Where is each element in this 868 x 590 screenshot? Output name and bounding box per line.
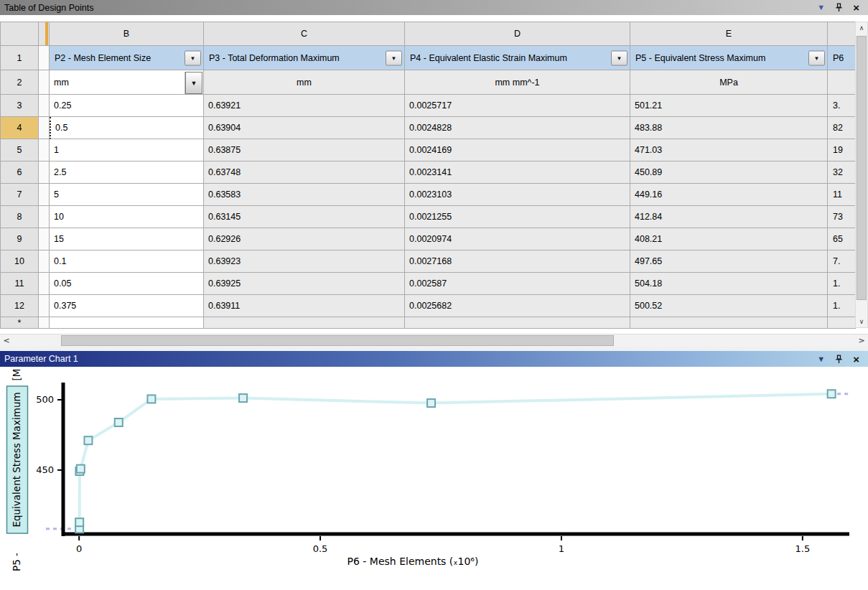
cell-total-deformation-max[interactable]: 0.62926: [204, 228, 405, 250]
unit-cell-clipped[interactable]: [828, 70, 856, 95]
cell-elastic-strain-max[interactable]: 0.0021255: [405, 206, 630, 228]
cell-mesh-element-size[interactable]: 0.1: [50, 250, 204, 273]
close-icon[interactable]: ×: [853, 354, 859, 365]
cell-stress-max[interactable]: 497.65: [630, 250, 828, 273]
new-row-cell[interactable]: [204, 317, 405, 329]
column-letter-header-D[interactable]: D: [405, 22, 630, 46]
row-number-cell[interactable]: 7: [1, 184, 39, 206]
panel-menu-icon[interactable]: ▼: [817, 355, 825, 363]
new-row-marker-cell[interactable]: *: [1, 317, 39, 329]
cell-stress-max[interactable]: 471.03: [630, 139, 828, 161]
panel-menu-icon[interactable]: ▼: [817, 4, 825, 11]
cell-total-deformation-max[interactable]: 0.63583: [204, 184, 405, 206]
row-number-cell[interactable]: 5: [1, 139, 39, 161]
cell-elastic-strain-max[interactable]: 0.002587: [405, 273, 630, 295]
row-number-cell[interactable]: 4: [1, 117, 39, 139]
cell-elastic-strain-max[interactable]: 0.0024828: [405, 117, 630, 139]
cell-elastic-strain-max[interactable]: 0.0025682: [405, 295, 630, 317]
horizontal-scrollbar-thumb[interactable]: [61, 335, 614, 346]
cell-elastic-strain-max[interactable]: 0.0025717: [405, 95, 630, 117]
row-number-cell[interactable]: 12: [1, 295, 39, 317]
row-number-cell[interactable]: 6: [1, 161, 39, 184]
cell-elastic-strain-max[interactable]: 0.0027168: [405, 250, 630, 273]
scroll-up-button[interactable]: ∧: [856, 22, 867, 34]
cell-mesh-element-size[interactable]: 10: [50, 206, 204, 228]
unit-combobox-dropdown-button[interactable]: ▼: [185, 72, 202, 94]
column-filter-dropdown-button[interactable]: ▼: [185, 50, 201, 65]
column-letter-header-E[interactable]: E: [630, 22, 828, 46]
unit-cell-stress[interactable]: MPa: [630, 70, 828, 95]
cell-mesh-elements-clipped[interactable]: 3.: [828, 95, 856, 117]
row-number-cell[interactable]: 8: [1, 206, 39, 228]
cell-mesh-elements-clipped[interactable]: 1.: [828, 295, 856, 317]
cell-elastic-strain-max[interactable]: 0.0024169: [405, 139, 630, 161]
cell-total-deformation-max[interactable]: 0.63923: [204, 250, 405, 273]
pin-icon[interactable]: [835, 3, 843, 12]
new-row-cell[interactable]: [630, 317, 828, 329]
row-number-cell[interactable]: 3: [1, 95, 39, 117]
cell-mesh-element-size[interactable]: 2.5: [50, 161, 204, 184]
column-letter-header-C[interactable]: C: [204, 22, 405, 46]
cell-total-deformation-max[interactable]: 0.63925: [204, 273, 405, 295]
column-filter-dropdown-button[interactable]: ▼: [611, 50, 627, 65]
cell-stress-max[interactable]: 449.16: [630, 184, 828, 206]
close-icon[interactable]: ×: [853, 2, 859, 13]
cell-mesh-element-size[interactable]: 1: [50, 139, 204, 161]
unit-cell-total-deformation[interactable]: mm: [204, 70, 405, 95]
cell-mesh-elements-clipped[interactable]: 82: [828, 117, 856, 139]
scroll-left-button[interactable]: <: [1, 335, 12, 346]
row-number-cell[interactable]: 9: [1, 228, 39, 250]
horizontal-scrollbar[interactable]: < >: [0, 334, 868, 347]
parameter-header-cell-clipped[interactable]: P6: [828, 46, 856, 70]
pin-icon[interactable]: [835, 355, 843, 364]
cell-mesh-element-size[interactable]: 0.25: [50, 95, 204, 117]
cell-stress-max[interactable]: 483.88: [630, 117, 828, 139]
parameter-header-cell[interactable]: P5 - Equivalent Stress Maximum▼: [630, 46, 828, 70]
row-number-cell[interactable]: 11: [1, 273, 39, 295]
cell-stress-max[interactable]: 412.84: [630, 206, 828, 228]
cell-total-deformation-max[interactable]: 0.63875: [204, 139, 405, 161]
vertical-scrollbar-thumb[interactable]: [857, 36, 867, 300]
cell-mesh-elements-clipped[interactable]: 65: [828, 228, 856, 250]
cell-mesh-element-size[interactable]: 0.5: [50, 117, 204, 139]
cell-mesh-elements-clipped[interactable]: 19: [828, 139, 856, 161]
cell-total-deformation-max[interactable]: 0.63911: [204, 295, 405, 317]
cell-mesh-element-size[interactable]: 0.05: [50, 273, 204, 295]
cell-total-deformation-max[interactable]: 0.63145: [204, 206, 405, 228]
cell-mesh-element-size[interactable]: 0.375: [50, 295, 204, 317]
parameter-header-cell[interactable]: P3 - Total Deformation Maximum▼: [204, 46, 405, 70]
column-filter-dropdown-button[interactable]: ▼: [808, 50, 825, 65]
new-row-input-cell[interactable]: [50, 317, 204, 329]
cell-stress-max[interactable]: 501.21: [630, 95, 828, 117]
scroll-right-button[interactable]: >: [856, 335, 867, 346]
cell-mesh-elements-clipped[interactable]: 7.: [828, 250, 856, 273]
hidden-column-marker[interactable]: [39, 22, 50, 46]
unit-cell-elastic-strain[interactable]: mm mm^-1: [405, 70, 630, 95]
cell-mesh-elements-clipped[interactable]: 1.: [828, 273, 856, 295]
corner-header-cell[interactable]: [1, 22, 39, 46]
column-letter-header-clipped[interactable]: [828, 22, 856, 46]
cell-total-deformation-max[interactable]: 0.63748: [204, 161, 405, 184]
parameter-header-cell[interactable]: P4 - Equivalent Elastic Strain Maximum▼: [405, 46, 630, 70]
cell-mesh-elements-clipped[interactable]: 11: [828, 184, 856, 206]
unit-cell-mesh-element-size[interactable]: mm▼: [50, 70, 204, 95]
cell-mesh-element-size[interactable]: 15: [50, 228, 204, 250]
row-number-cell[interactable]: 1: [1, 46, 39, 70]
cell-stress-max[interactable]: 450.89: [630, 161, 828, 184]
row-number-cell[interactable]: 2: [1, 70, 39, 95]
new-row-cell[interactable]: [405, 317, 630, 329]
cell-total-deformation-max[interactable]: 0.63904: [204, 117, 405, 139]
cell-elastic-strain-max[interactable]: 0.0023141: [405, 161, 630, 184]
cell-mesh-elements-clipped[interactable]: 32: [828, 161, 856, 184]
cell-elastic-strain-max[interactable]: 0.0020974: [405, 228, 630, 250]
cell-mesh-element-size[interactable]: 5: [50, 184, 204, 206]
column-filter-dropdown-button[interactable]: ▼: [386, 50, 402, 65]
column-letter-header-B[interactable]: B: [50, 22, 204, 46]
row-number-cell[interactable]: 10: [1, 250, 39, 273]
cell-stress-max[interactable]: 500.52: [630, 295, 828, 317]
cell-total-deformation-max[interactable]: 0.63921: [204, 95, 405, 117]
cell-elastic-strain-max[interactable]: 0.0023103: [405, 184, 630, 206]
scroll-down-button[interactable]: ∨: [856, 316, 867, 327]
cell-mesh-elements-clipped[interactable]: 73: [828, 206, 856, 228]
parameter-header-cell[interactable]: P2 - Mesh Element Size▼: [50, 46, 204, 70]
